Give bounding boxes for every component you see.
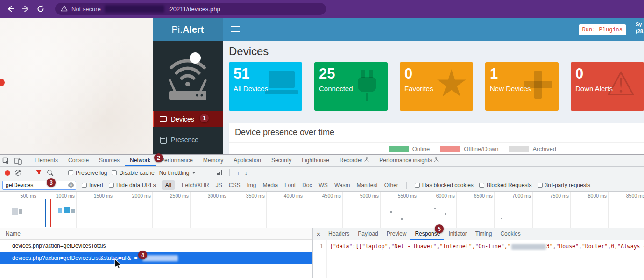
forward-icon[interactable] (21, 4, 31, 14)
export-har-icon[interactable]: ↓ (244, 170, 248, 176)
legend-label: Offline/Down (464, 145, 498, 152)
details-tab[interactable]: Headers (324, 228, 354, 240)
inspect-element-icon[interactable] (0, 155, 12, 166)
timeline-gridline: 4000 ms (304, 192, 304, 228)
filter-checkbox[interactable]: Blocked Requests (479, 182, 532, 188)
devtools-tab[interactable]: Elements (29, 155, 63, 166)
details-tab[interactable]: Cookies (496, 228, 524, 240)
summary-card[interactable]: 1 New Devices (485, 62, 559, 111)
record-button[interactable] (5, 170, 10, 176)
clear-filter-icon[interactable]: × (68, 182, 74, 188)
devtools-tab[interactable]: Application (228, 155, 266, 166)
card-icon (350, 68, 384, 101)
timeline-activity-mark (50, 199, 51, 227)
step-annotation-badge: 5 (435, 224, 444, 233)
menu-toggle-icon[interactable] (231, 26, 240, 32)
checkbox-icon (112, 170, 117, 175)
throttling-select[interactable]: No throttling (159, 170, 196, 176)
summary-card[interactable]: 0 Down Alerts (571, 62, 644, 111)
filter-icon[interactable] (35, 169, 42, 176)
resource-type-chip[interactable]: JS (216, 182, 222, 188)
resource-type-chip[interactable]: Font (284, 182, 296, 188)
summary-card[interactable]: 51 All Devices (229, 62, 302, 111)
devtools-tab-label: Lighthouse (302, 157, 329, 164)
response-segment: {"data":[["laptop","Net - Huawei","Inter… (330, 243, 511, 250)
summary-cards: 51 All Devices 25 Connected 0 Favorites … (229, 62, 644, 111)
request-icon (4, 244, 8, 248)
resource-type-chip[interactable]: Other (384, 182, 398, 188)
details-tab[interactable]: Preview (382, 228, 411, 240)
details-tab[interactable]: Timing (471, 228, 496, 240)
resource-type-chips: AllFetch/XHRJSCSSImgMediaFontDocWSWasmMa… (162, 180, 398, 190)
checkbox-icon (479, 183, 484, 188)
app-logo[interactable]: Pi.Alert (153, 18, 223, 41)
card-icon (265, 68, 298, 101)
card-icon (436, 68, 469, 101)
clear-network-log-icon[interactable] (15, 170, 21, 176)
timeline-activity-mark (445, 213, 446, 215)
refresh-icon[interactable] (35, 4, 46, 14)
app-content: Devices 51 All Devices 25 Connected 0 Fa… (223, 41, 644, 154)
timeline-label: 4500 ms (322, 193, 341, 199)
run-plugins-button[interactable]: Run: Plugins (579, 24, 626, 35)
requests-name-header[interactable]: Name (0, 228, 312, 240)
request-row[interactable]: devices.php?action=getDevicesList&status… (0, 252, 312, 264)
response-content[interactable]: 1 {"data":[["laptop","Net - Huawei","Int… (313, 240, 644, 278)
request-row[interactable]: devices.php?action=getDevicesTotals (0, 240, 312, 252)
devtools-tab[interactable]: Performance insights (374, 155, 444, 166)
network-filter-input[interactable]: getDevices × (2, 181, 76, 190)
invert-checkbox[interactable]: Invert (82, 182, 103, 188)
timeline-label: 1500 ms (94, 193, 113, 199)
red-marker-dot (0, 79, 5, 86)
back-icon[interactable] (6, 4, 16, 14)
chevron-down-icon (192, 172, 196, 174)
resource-type-chip[interactable]: Img (247, 182, 256, 188)
devtools-tab[interactable]: Security (266, 155, 297, 166)
sidebar-item[interactable]: Presence (153, 132, 223, 148)
divider (27, 157, 27, 164)
close-details-icon[interactable]: × (313, 228, 324, 240)
devtools-tab[interactable]: Sources (94, 155, 125, 166)
devtools-tab[interactable]: Recorder (334, 155, 374, 166)
address-bar[interactable]: Not secure :20211/devices.php (55, 3, 326, 15)
sidebar-menu: Devices Presence (153, 111, 223, 148)
devtools-tab[interactable]: Console (63, 155, 94, 166)
more-filters: Has blocked cookies Blocked Requests 3rd… (415, 182, 590, 188)
devtools-tab[interactable]: Network (125, 155, 156, 166)
devtools-tab-label: Network (130, 157, 150, 164)
network-overview-timeline[interactable]: 500 ms 1000 ms 1500 ms 2000 ms 2500 ms 3… (0, 192, 644, 228)
preserve-log-checkbox[interactable]: Preserve log (68, 170, 107, 176)
resource-type-chip[interactable]: Manifest (356, 182, 377, 188)
resource-type-chip[interactable]: CSS (229, 182, 241, 188)
step-number: 2 (157, 155, 160, 161)
resource-type-chip[interactable]: Media (262, 182, 278, 188)
divider (61, 169, 61, 176)
sidebar-item[interactable]: Devices (153, 111, 223, 127)
disable-cache-checkbox[interactable]: Disable cache (112, 170, 154, 176)
filter-checkbox[interactable]: Has blocked cookies (415, 182, 474, 188)
search-icon[interactable] (47, 169, 54, 176)
devtools-tab[interactable]: Lighthouse (297, 155, 334, 166)
app-navbar: Run: Plugins Sy (28, (223, 18, 644, 41)
details-tab[interactable]: Payload (354, 228, 382, 240)
import-har-icon[interactable]: ↑ (237, 170, 240, 176)
resource-type-chip[interactable]: Fetch/XHR (182, 182, 209, 188)
line-number: 1 (313, 240, 327, 278)
url-redacted-host (105, 5, 164, 13)
hide-data-urls-checkbox[interactable]: Hide data URLs (109, 182, 156, 188)
devtools-tab[interactable]: Memory (198, 155, 228, 166)
summary-card[interactable]: 25 Connected (314, 62, 388, 111)
devtools-tabs: Elements Console Sources Network Perform… (29, 155, 444, 166)
response-segment (511, 244, 546, 250)
resource-type-chip[interactable]: Doc (302, 182, 312, 188)
summary-card[interactable]: 0 Favorites (400, 62, 473, 111)
details-tabbar: × HeadersPayloadPreviewResponseInitiator… (313, 228, 644, 240)
network-conditions-icon[interactable] (217, 170, 222, 175)
resource-type-chip[interactable]: All (162, 180, 175, 190)
details-tab[interactable]: Initiator (444, 228, 471, 240)
resource-type-chip[interactable]: WS (319, 182, 328, 188)
not-secure-label: Not secure (71, 6, 101, 13)
filter-checkbox[interactable]: 3rd-party requests (538, 182, 590, 188)
resource-type-chip[interactable]: Wasm (334, 182, 350, 188)
device-toolbar-icon[interactable] (12, 155, 24, 166)
